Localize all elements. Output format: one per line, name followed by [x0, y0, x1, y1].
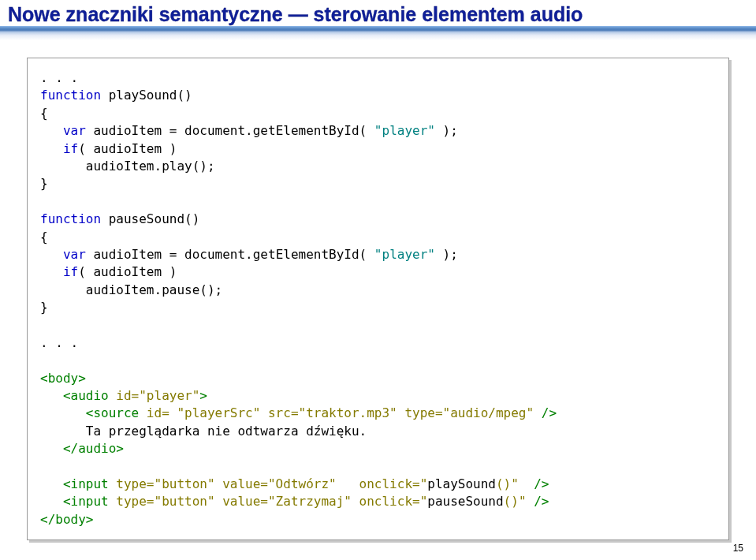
string: "player" [374, 247, 435, 262]
code-text: ( audioItem ) [78, 264, 177, 279]
kw-function: function [40, 88, 101, 103]
tag: <input [40, 476, 116, 491]
code-text: audioItem.play(); [40, 159, 215, 174]
attr: type="button" value="Zatrzymaj" onclick=… [116, 494, 427, 509]
brace: } [40, 300, 48, 315]
slide-title: Nowe znaczniki semantyczne — sterowanie … [8, 3, 748, 26]
tag: <body> [40, 371, 86, 386]
code-text: ( audioItem ) [78, 141, 177, 156]
tag: <audio [40, 388, 116, 403]
fn-name: playSound() [101, 88, 192, 103]
code-text: ); [435, 247, 458, 262]
tag: /> [534, 405, 557, 420]
onclick-fn: playSound [427, 476, 496, 491]
code-text: ); [435, 123, 458, 138]
code-text: . . . [40, 70, 78, 85]
kw-function: function [40, 211, 101, 226]
attr: type="button" value="Odtwórz" onclick=" [116, 476, 427, 491]
code-text: Ta przeglądarka nie odtwarza dźwięku. [40, 424, 367, 439]
code-text: audioItem = document.getElementById( [86, 123, 374, 138]
brace: { [40, 230, 48, 245]
attr: id="player" [116, 388, 199, 403]
brace: { [40, 106, 48, 121]
kw-var: var [63, 247, 86, 262]
tag: /> [519, 476, 549, 491]
onclick-fn: pauseSound [427, 494, 503, 509]
string: "player" [374, 123, 435, 138]
brace: } [40, 176, 48, 191]
code-text: audioItem.pause(); [40, 282, 222, 297]
tag: <source [40, 405, 147, 420]
page-number: 15 [733, 543, 743, 554]
tag: <input [40, 494, 116, 509]
tag: > [199, 388, 207, 403]
kw-if: if [63, 141, 78, 156]
tag: /> [527, 494, 549, 509]
attr: id= "playerSrc" src="traktor.mp3" type="… [147, 405, 534, 420]
attr: ()" [504, 494, 527, 509]
code-text: audioItem = document.getElementById( [86, 247, 374, 262]
tag: </body> [40, 512, 93, 527]
code-text: . . . [40, 335, 78, 350]
kw-if: if [63, 264, 78, 279]
tag: </audio> [40, 441, 124, 456]
fn-name: pauseSound() [101, 211, 199, 226]
code-block: . . . function playSound() { var audioIt… [27, 58, 729, 540]
kw-var: var [63, 123, 86, 138]
attr: ()" [496, 476, 519, 491]
slide-header: Nowe znaczniki semantyczne — sterowanie … [0, 0, 756, 40]
